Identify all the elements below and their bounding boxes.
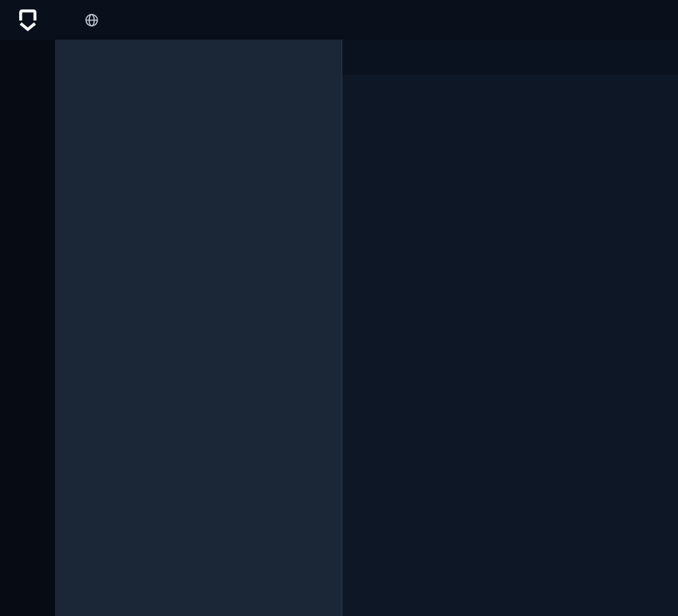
app-logo[interactable] — [0, 6, 55, 34]
main-area — [0, 40, 678, 616]
file-tree-panel[interactable] — [55, 40, 342, 616]
top-bar — [0, 0, 678, 40]
shield-logo-icon — [16, 6, 40, 34]
app-window — [0, 0, 678, 616]
code-editor[interactable] — [342, 100, 678, 616]
editor-tab-bar — [342, 40, 678, 75]
globe-icon — [84, 13, 99, 28]
breadcrumb — [55, 13, 99, 28]
activity-bar — [0, 40, 55, 616]
editor-panel — [342, 40, 678, 616]
file-breadcrumb — [342, 75, 678, 100]
